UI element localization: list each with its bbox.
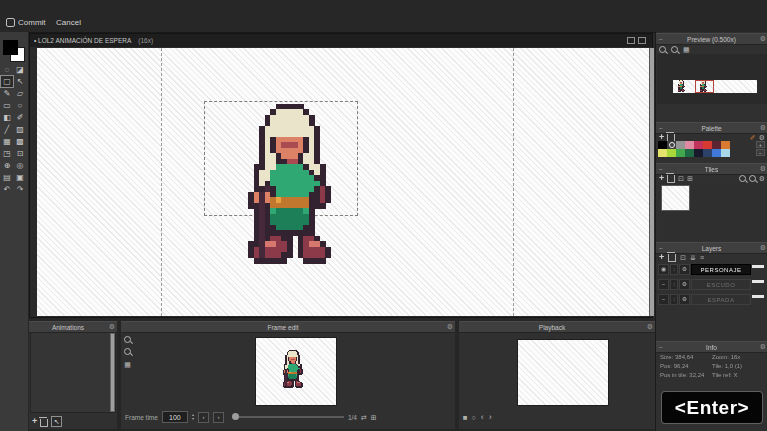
- palette-page-down-button[interactable]: −: [756, 149, 765, 156]
- zoom-out-icon[interactable]: [671, 46, 678, 53]
- tool-select-move[interactable]: ◳: [1, 148, 13, 159]
- zoom-out-icon[interactable]: [749, 175, 756, 182]
- gear-icon[interactable]: ⚙: [645, 323, 655, 331]
- collapse-icon[interactable]: −: [656, 245, 665, 252]
- tile-frame-icon[interactable]: ⊞: [687, 174, 693, 183]
- layer-name[interactable]: ESPADA: [691, 294, 751, 305]
- tool-pattern[interactable]: ▨: [14, 124, 26, 135]
- tool-fill[interactable]: ◧: [1, 112, 13, 123]
- info-header[interactable]: − Info ⚙: [656, 341, 767, 353]
- collapse-icon[interactable]: −: [656, 344, 665, 351]
- tool-dither[interactable]: ▩: [14, 136, 26, 147]
- preview-frame-strip[interactable]: [673, 80, 757, 93]
- layer-opacity-bar[interactable]: [752, 265, 764, 268]
- tool-rectangle[interactable]: ▭: [1, 100, 13, 111]
- tool-rect-select[interactable]: ▢: [1, 76, 13, 87]
- tool-shade[interactable]: ◪: [14, 64, 26, 75]
- cancel-button[interactable]: Cancel: [56, 16, 81, 29]
- animations-list[interactable]: [30, 332, 116, 413]
- layer-row-personaje[interactable]: ◉ : ⚙ PERSONAJE: [658, 263, 764, 275]
- layer-flags-icon[interactable]: :: [670, 279, 678, 290]
- delete-layer-icon[interactable]: [668, 254, 676, 262]
- tool-move[interactable]: ↖: [14, 76, 26, 87]
- canvas-window-titlebar[interactable]: • LOL2 ANIMACIÓN DE ESPERA (16x): [30, 34, 652, 47]
- tool-tile-grid[interactable]: ▣: [14, 172, 26, 183]
- layer-list-icon[interactable]: ≡: [700, 253, 704, 262]
- palette-swatch[interactable]: [694, 149, 703, 157]
- tool-redo[interactable]: ↷: [14, 184, 26, 195]
- layer-visibility-toggle[interactable]: ◉: [658, 264, 669, 275]
- playback-header[interactable]: Playback ⚙: [459, 321, 655, 333]
- copy-layer-icon[interactable]: ⊡: [680, 253, 686, 262]
- step-forward-button[interactable]: ›: [489, 413, 492, 422]
- add-layer-button[interactable]: +: [659, 253, 664, 262]
- palette-swatch[interactable]: [703, 141, 712, 149]
- layer-row-espada[interactable]: − : ⚙ ESPADA: [658, 293, 764, 305]
- color-picker-icon[interactable]: ✐: [750, 133, 756, 142]
- slider-knob[interactable]: [232, 413, 239, 420]
- gear-icon[interactable]: ⚙: [758, 124, 767, 132]
- layer-visibility-toggle[interactable]: −: [658, 279, 669, 290]
- frame-canvas[interactable]: [255, 337, 337, 406]
- next-frame-button[interactable]: ›: [213, 412, 224, 423]
- tool-line[interactable]: ╱: [1, 124, 13, 135]
- gear-icon[interactable]: ⚙: [758, 343, 767, 351]
- previous-frame-button[interactable]: ‹: [198, 412, 209, 423]
- collapse-icon[interactable]: −: [656, 166, 665, 173]
- foreground-color-swatch[interactable]: [3, 40, 18, 55]
- stepper-down-icon[interactable]: ▾: [192, 417, 194, 421]
- add-tile-button[interactable]: +: [659, 174, 664, 183]
- layer-opacity-bar[interactable]: [752, 295, 764, 298]
- frame-time-input[interactable]: [162, 411, 188, 423]
- stop-button[interactable]: ○: [472, 413, 476, 422]
- gear-icon[interactable]: ⚙: [107, 323, 117, 331]
- window-close-icon[interactable]: [638, 37, 646, 44]
- drawing-canvas[interactable]: [37, 48, 649, 316]
- delete-tile-icon[interactable]: [667, 175, 675, 183]
- palette-swatch[interactable]: [712, 149, 721, 157]
- tool-stamp[interactable]: ⊡: [14, 148, 26, 159]
- commit-button[interactable]: Commit: [6, 16, 46, 29]
- gear-icon[interactable]: ⚙: [445, 323, 455, 331]
- palette-swatch[interactable]: [694, 141, 703, 149]
- preview-header[interactable]: − Preview (0.500x) ⚙: [656, 33, 767, 45]
- tool-zoom[interactable]: ◎: [14, 160, 26, 171]
- zoom-out-icon[interactable]: [124, 348, 131, 355]
- pause-button[interactable]: ▮▮: [463, 413, 467, 422]
- layer-settings-icon[interactable]: ⚙: [679, 264, 690, 275]
- canvas-vertical-scrollbar[interactable]: [649, 48, 654, 316]
- layer-visibility-toggle[interactable]: −: [658, 294, 669, 305]
- layer-settings-icon[interactable]: ⚙: [679, 279, 690, 290]
- collapse-icon[interactable]: −: [656, 125, 665, 132]
- gear-icon[interactable]: ⚙: [758, 165, 767, 173]
- sprite-canvas[interactable]: [243, 104, 342, 264]
- tool-color-picker[interactable]: ✐: [14, 112, 26, 123]
- grid-toggle-icon[interactable]: ▦: [683, 45, 690, 54]
- collapse-icon[interactable]: −: [656, 36, 665, 43]
- tool-ellipse[interactable]: ○: [14, 100, 26, 111]
- delete-animation-icon[interactable]: [40, 419, 48, 427]
- palette-swatch[interactable]: [721, 149, 730, 157]
- layer-row-escudo[interactable]: − : ⚙ ESCUDO: [658, 278, 764, 290]
- add-frame-icon[interactable]: ⊞: [371, 413, 377, 422]
- tile-slot-empty[interactable]: [661, 185, 690, 211]
- palette-swatch[interactable]: [667, 141, 676, 149]
- tool-frame[interactable]: ▦: [1, 136, 13, 147]
- tool-pencil[interactable]: ✎: [1, 88, 13, 99]
- palette-swatch[interactable]: [676, 149, 685, 157]
- gear-icon[interactable]: ⚙: [758, 244, 767, 252]
- tool-grid[interactable]: ▤: [1, 172, 13, 183]
- copy-tile-icon[interactable]: ⊡: [678, 174, 684, 183]
- layer-flags-icon[interactable]: :: [670, 264, 678, 275]
- zoom-in-icon[interactable]: [659, 46, 666, 53]
- window-minimize-icon[interactable]: [627, 37, 635, 44]
- merge-layer-icon[interactable]: ⇊: [690, 253, 696, 262]
- zoom-in-icon[interactable]: [124, 336, 131, 343]
- palette-swatch[interactable]: [703, 149, 712, 157]
- tool-eraser[interactable]: ▱: [14, 88, 26, 99]
- frame-time-stepper[interactable]: ▴ ▾: [192, 413, 194, 421]
- palette-swatch[interactable]: [685, 141, 694, 149]
- palette-swatch[interactable]: [721, 141, 730, 149]
- palette-swatch[interactable]: [667, 149, 676, 157]
- layer-name[interactable]: PERSONAJE: [691, 264, 751, 275]
